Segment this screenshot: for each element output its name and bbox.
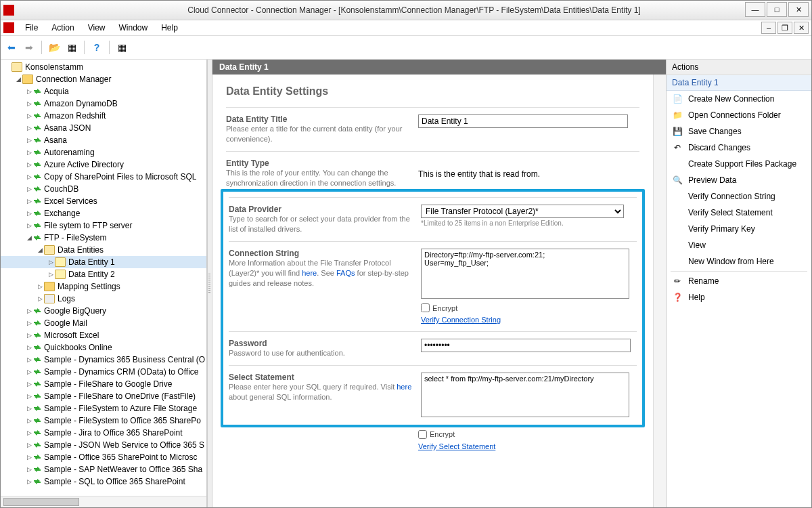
tree-item[interactable]: ▷Quickbooks Online [1, 341, 206, 354]
tree-item[interactable]: ▷Sample - FileSystem to Azure File Stora… [1, 402, 206, 415]
connstring-faq-link[interactable]: FAQs [336, 269, 355, 277]
expand-icon[interactable]: ◢ [25, 234, 33, 241]
action-item[interactable]: Verify Select Statement [667, 205, 811, 221]
tree-horizontal-scrollbar[interactable] [1, 496, 206, 507]
action-item[interactable]: 🔍Preview Data [667, 172, 811, 188]
select-encrypt-checkbox[interactable] [418, 430, 427, 439]
content-scroll[interactable]: Data Entity Settings Data Entity Title P… [212, 75, 653, 507]
expand-icon[interactable]: ▷ [25, 100, 33, 107]
expand-icon[interactable]: ▷ [25, 320, 33, 326]
expand-icon[interactable]: ▷ [25, 161, 33, 168]
tree-item[interactable]: ▷Acquia [1, 85, 206, 98]
tree-item[interactable]: ▷Google Mail [1, 317, 206, 329]
close-button[interactable]: ✕ [788, 2, 809, 17]
action-item[interactable]: ✏Rename [667, 273, 811, 289]
provider-select[interactable]: File Transfer Protocol (Layer2)* [421, 205, 624, 218]
expand-icon[interactable]: ▷ [25, 112, 33, 119]
maximize-button[interactable]: □ [767, 2, 787, 17]
tree-item[interactable]: ▷File sytem to FTP server [1, 219, 206, 232]
tree-item[interactable]: ▷Microsoft Excel [1, 329, 206, 341]
tree-item[interactable]: ▷Sample - JSON Web Service to Office 365… [1, 439, 206, 451]
tree-item[interactable]: ▷Sample - FileShare to OneDrive (FastFil… [1, 390, 206, 402]
tree-scroll[interactable]: Konsolenstamm◢Connection Manager▷Acquia▷… [1, 60, 206, 496]
expand-icon[interactable]: ▷ [25, 210, 33, 217]
expand-icon[interactable]: ▷ [47, 259, 55, 266]
verify-select-link[interactable]: Verify Select Statement [418, 442, 495, 450]
connstring-input[interactable] [421, 249, 629, 299]
expand-icon[interactable]: ▷ [25, 125, 33, 131]
expand-icon[interactable]: ▷ [25, 88, 33, 95]
menu-view[interactable]: View [81, 22, 112, 34]
connstring-here-link[interactable]: here [302, 269, 317, 277]
toolbar-button-1[interactable]: 📂 [46, 39, 62, 56]
tree-manager[interactable]: ◢Connection Manager [1, 73, 206, 85]
menu-help[interactable]: Help [154, 22, 185, 34]
help-button[interactable]: ? [89, 39, 105, 56]
action-item[interactable]: Verify Primary Key [667, 221, 811, 237]
expand-icon[interactable]: ▷ [25, 405, 33, 412]
action-item[interactable]: New Window from Here [667, 253, 811, 270]
expand-icon[interactable]: ◢ [14, 76, 22, 83]
expand-icon[interactable]: ▷ [25, 417, 33, 424]
verify-connstring-link[interactable]: Verify Connection String [421, 316, 501, 324]
tree-item[interactable]: ▷Asana JSON [1, 122, 206, 134]
tree-item[interactable]: ▷Amazon DynamoDB [1, 98, 206, 110]
tree-item[interactable]: ▷Azure Active Directory [1, 158, 206, 171]
minimize-button[interactable]: — [745, 2, 765, 17]
action-item[interactable]: Verify Connection String [667, 188, 811, 205]
connstring-encrypt-checkbox[interactable] [421, 303, 430, 312]
tree-entity-1[interactable]: ▷Data Entity 1 [1, 256, 206, 268]
tree-data-entities[interactable]: ◢Data Entities [1, 244, 206, 256]
child-close-button[interactable]: ✕ [794, 22, 809, 34]
tree-entity-2[interactable]: ▷Data Entity 2 [1, 268, 206, 280]
expand-icon[interactable]: ▷ [25, 186, 33, 192]
password-input[interactable] [421, 339, 631, 352]
action-item[interactable]: Create Support Files Package [667, 156, 811, 172]
menu-file[interactable]: File [18, 22, 45, 34]
expand-icon[interactable]: ▷ [25, 368, 33, 375]
toolbar-button-2[interactable]: ▦ [64, 39, 80, 56]
expand-icon[interactable]: ▷ [25, 381, 33, 387]
expand-icon[interactable]: ▷ [25, 466, 33, 473]
expand-icon[interactable]: ▷ [25, 478, 33, 485]
expand-icon[interactable]: ▷ [25, 344, 33, 351]
action-item[interactable]: ❓Help [667, 289, 811, 305]
action-item[interactable]: 📄Create New Connection [667, 91, 811, 107]
expand-icon[interactable]: ▷ [25, 442, 33, 448]
tree-item[interactable]: ▷Sample - Office 365 SharePoint to Micro… [1, 451, 206, 463]
tree-item[interactable]: ▷Copy of SharePoint Files to Microsoft S… [1, 171, 206, 183]
tree-item[interactable]: ▷Sample - FileShare to Google Drive [1, 378, 206, 390]
action-item[interactable]: View [667, 237, 811, 253]
tree-item[interactable]: ▷Sample - Jira to Office 365 SharePoint [1, 427, 206, 439]
expand-icon[interactable]: ▷ [25, 149, 33, 156]
tree-mapping[interactable]: ▷Mapping Settings [1, 280, 206, 293]
tree-item[interactable]: ▷Amazon Redshift [1, 110, 206, 122]
tree-item[interactable]: ▷Exchange [1, 207, 206, 219]
splitter[interactable] [207, 60, 212, 507]
tree-item[interactable]: ▷Google BigQuery [1, 305, 206, 317]
tree-item[interactable]: ▷Sample - SAP NetWeaver to Office 365 Sh… [1, 463, 206, 475]
menu-action[interactable]: Action [45, 22, 81, 34]
expand-icon[interactable]: ▷ [47, 271, 55, 278]
action-item[interactable]: 📁Open Connections Folder [667, 107, 811, 123]
select-here-link[interactable]: here [397, 383, 411, 391]
expand-icon[interactable]: ▷ [25, 308, 33, 314]
back-button[interactable]: ⬅ [3, 39, 20, 56]
expand-icon[interactable]: ▷ [25, 429, 33, 436]
expand-icon[interactable]: ◢ [36, 247, 44, 253]
tree-item[interactable]: ▷Excel Services [1, 195, 206, 207]
tree-item[interactable]: ▷Sample - FileSystem to Office 365 Share… [1, 415, 206, 427]
forward-button[interactable]: ➡ [21, 39, 37, 56]
child-minimize-button[interactable]: – [761, 22, 776, 34]
tree-item[interactable]: ▷Sample - SQL to Office 365 SharePoint [1, 475, 206, 488]
select-input[interactable] [421, 373, 629, 417]
menu-window[interactable]: Window [112, 22, 155, 34]
expand-icon[interactable]: ▷ [36, 295, 44, 302]
tree-logs[interactable]: ▷Logs [1, 293, 206, 305]
expand-icon[interactable]: ▷ [25, 332, 33, 339]
tree-item[interactable]: ▷Sample - Dynamics 365 Business Central … [1, 354, 206, 366]
expand-icon[interactable]: ▷ [25, 137, 33, 144]
tree-item[interactable]: ▷Sample - Dynamics CRM (OData) to Office [1, 366, 206, 378]
expand-icon[interactable]: ▷ [25, 454, 33, 461]
title-input[interactable] [418, 114, 628, 128]
